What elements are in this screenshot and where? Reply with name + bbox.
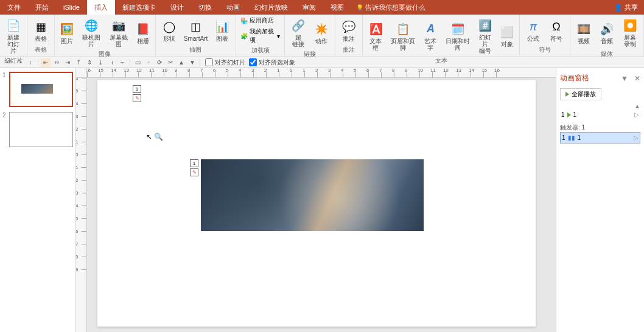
comment-button[interactable]: 💬批注 [338, 17, 360, 43]
header-footer-button[interactable]: 📋页眉和页脚 [388, 19, 419, 52]
group-tables-label: 表格 [30, 44, 52, 55]
anim-item-2[interactable]: 1 ▮▮ 1 ▷ [560, 132, 640, 144]
inserted-image[interactable] [201, 159, 424, 231]
picture-icon: 🖼️ [58, 21, 75, 38]
ribbon: 📄 新建 幻灯片 幻灯片 ▦ 表格 表格 🖼️图片 🌐联机图片 📷屏幕截图 📕相… [0, 15, 644, 57]
ruler-vertical: 6543210123456789 [76, 78, 87, 332]
qat-align-top-icon[interactable]: ⤒ [74, 58, 83, 67]
store-icon: 🏪 [240, 18, 248, 24]
slide-box-2[interactable] [9, 112, 73, 147]
anim-badge-num[interactable]: 1 [190, 159, 198, 167]
qat-dist-h-icon[interactable]: ⫞ [107, 58, 116, 67]
tab-animation[interactable]: 动画 [219, 0, 247, 15]
anim-item-2-menu-icon[interactable]: ▷ [634, 134, 639, 141]
qat-orient-icon[interactable]: ↕ [26, 58, 35, 67]
symbol-button[interactable]: Ω符号 [545, 17, 567, 43]
group-addins: 🏪应用商店 🧩我的加载项 ▾ 加载项 [236, 15, 285, 57]
store-button[interactable]: 🏪应用商店 [239, 16, 282, 26]
new-slide-button[interactable]: 📄 新建 幻灯片 [2, 16, 24, 55]
tab-slideshow[interactable]: 幻灯片放映 [247, 0, 295, 15]
qat-send-back-icon[interactable]: ▼ [187, 58, 197, 67]
animation-pane: 动画窗格 ▼ ✕ 全部播放 ▲ 1 1 ▷ 触发器: 1 1 ▮▮ 1 ▷ [556, 68, 644, 332]
qat-group-icon[interactable]: ▭ [133, 58, 142, 67]
slide-box-1[interactable] [9, 72, 73, 107]
tab-review[interactable]: 审阅 [295, 0, 323, 15]
smartart-button[interactable]: ◫SmartArt [181, 17, 210, 43]
qat-align-bottom-icon[interactable]: ⤓ [96, 58, 105, 67]
group-images: 🖼️图片 🌐联机图片 📷屏幕截图 📕相册 图像 [55, 15, 156, 57]
hyperlink-button[interactable]: 🔗超 链接 [287, 16, 309, 49]
qat-dist-v-icon[interactable]: ⫟ [117, 58, 127, 67]
textbox-button[interactable]: 🅰️文本框 [365, 19, 386, 52]
online-pic-icon: 🌐 [83, 17, 100, 34]
symbol-label: 符号 [550, 35, 562, 42]
anim-badge-tag-top[interactable]: ✎ [133, 94, 141, 102]
tab-start[interactable]: 开始 [28, 0, 56, 15]
hyperlink-icon: 🔗 [290, 17, 307, 34]
symbol-icon: Ω [548, 18, 565, 35]
qat-align-center-h-icon[interactable]: ⇔ [52, 58, 61, 67]
my-addins-button[interactable]: 🧩我的加载项 ▾ [239, 27, 282, 45]
slide-thumb-2[interactable]: 2 [2, 112, 73, 147]
align-obj-label: 对齐所选对象 [259, 58, 295, 67]
qat-undo-icon[interactable]: ↶ [4, 58, 13, 67]
object-button[interactable]: ⬜对象 [497, 22, 517, 49]
tell-me-input[interactable]: 告诉我你想要做什么 [356, 3, 425, 12]
online-pic-button[interactable]: 🌐联机图片 [78, 16, 104, 49]
table-button[interactable]: ▦ 表格 [30, 17, 52, 43]
animation-badges-image: 1 ✎ [190, 159, 198, 176]
screenshot-button[interactable]: 📷屏幕截图 [105, 16, 131, 49]
anim-play-indicator-icon [567, 112, 571, 117]
anim-item-1[interactable]: 1 1 ▷ [560, 109, 640, 120]
anim-badge-tag[interactable]: ✎ [190, 168, 198, 176]
album-button[interactable]: 📕相册 [133, 19, 152, 46]
equation-button[interactable]: π公式 [522, 17, 544, 43]
group-comments: 💬批注 批注 [335, 15, 363, 57]
anim-item-1-menu-icon[interactable]: ▷ [634, 111, 639, 118]
tab-design[interactable]: 设计 [163, 0, 191, 15]
comment-icon: 💬 [340, 18, 357, 35]
canvas-area[interactable]: 1615141312111098765432101234567891011121… [76, 68, 556, 332]
qat-ungroup-icon[interactable]: ▫ [144, 58, 153, 67]
screenrec-button[interactable]: ⏺️屏幕 录制 [619, 16, 641, 49]
wordart-button[interactable]: A艺术字 [420, 19, 441, 52]
anim-up-icon[interactable]: ▲ [634, 103, 640, 109]
qat-rotate-icon[interactable]: ⟳ [155, 58, 164, 67]
tab-view[interactable]: 视图 [323, 0, 351, 15]
workspace: 1 2 161514131211109876543210123456789101… [0, 68, 644, 332]
qat-redo-icon[interactable]: ↷ [15, 58, 24, 67]
qat-crop-icon[interactable]: ✂ [166, 58, 175, 67]
audio-icon: 🔊 [598, 21, 615, 38]
chart-button[interactable]: 📊图表 [211, 17, 233, 43]
album-label: 相册 [137, 38, 149, 44]
play-all-button[interactable]: 全部播放 [560, 88, 601, 100]
shapes-button[interactable]: ◯形状 [158, 17, 180, 43]
tab-transition[interactable]: 切换 [191, 0, 219, 15]
qat-align-left-icon[interactable]: ⇤ [41, 58, 51, 67]
slidenum-button[interactable]: #️⃣幻灯片 编号 [475, 16, 495, 55]
qat-bring-front-icon[interactable]: ▲ [177, 58, 186, 67]
video-button[interactable]: 🎞️视频 [573, 19, 595, 46]
tab-file[interactable]: 文件 [0, 0, 28, 15]
share-button[interactable]: 👤 共享 [608, 3, 644, 12]
qat-align-middle-icon[interactable]: ⇕ [85, 58, 94, 67]
qat-align-right-icon[interactable]: ⇥ [63, 58, 72, 67]
tab-insert[interactable]: 插入 [87, 0, 115, 15]
picture-button[interactable]: 🖼️图片 [57, 19, 77, 46]
audio-button[interactable]: 🔊音频 [596, 19, 618, 46]
slide-thumb-1[interactable]: 1 [2, 72, 73, 107]
slidenum-label: 幻灯片 编号 [477, 34, 493, 54]
date-button[interactable]: 🗓️日期和时间 [443, 19, 474, 52]
align-slide-checkbox[interactable]: 对齐幻灯片 [205, 58, 245, 67]
tab-islide[interactable]: iSlide [56, 0, 87, 15]
group-illustrations: ◯形状 ◫SmartArt 📊图表 插图 [156, 15, 236, 57]
album-icon: 📕 [135, 21, 152, 38]
slide-canvas[interactable]: 1 ✎ ↖ 🔍 1 ✎ [97, 80, 536, 327]
audio-label: 音频 [601, 38, 613, 44]
anim-badge-num-top[interactable]: 1 [133, 85, 141, 93]
slide-thumbnails-panel[interactable]: 1 2 [0, 68, 76, 332]
align-obj-checkbox[interactable]: 对齐所选对象 [249, 58, 295, 67]
anim-item-2-idx: 1 [562, 134, 565, 141]
tab-newtab[interactable]: 新建选项卡 [115, 0, 163, 15]
action-button[interactable]: ✴️动作 [310, 19, 332, 46]
